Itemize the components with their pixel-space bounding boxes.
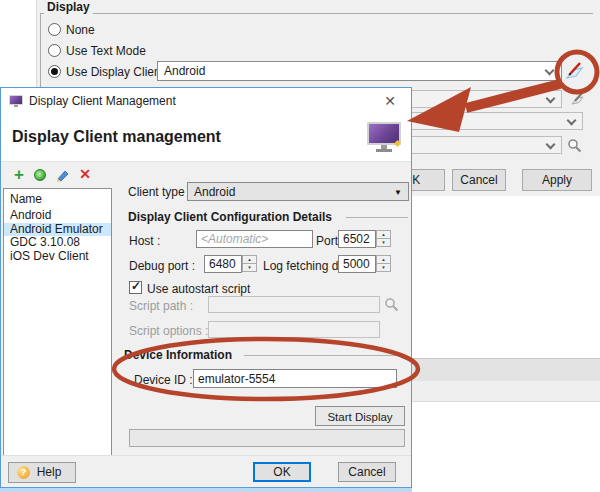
spin-down-icon[interactable]: ▾ [376, 263, 391, 272]
client-type-combobox[interactable]: Android ▼ [187, 182, 409, 201]
chevron-down-icon [546, 94, 556, 104]
script-options-label: Script options : [129, 324, 208, 338]
client-type-label: Client type : [128, 185, 191, 199]
display-client-monitor-icon [367, 122, 401, 152]
progress-bar [129, 429, 405, 447]
dialog-heading: Display Client management [12, 128, 221, 146]
background-combobox-3[interactable] [411, 112, 583, 130]
spin-down-icon[interactable]: ▾ [242, 263, 257, 272]
device-group-title: Device Information [124, 348, 232, 362]
pencil-icon [569, 90, 587, 108]
help-button[interactable]: ? Help [8, 462, 76, 483]
background-band-dark [411, 359, 600, 381]
debug-port-label: Debug port : [129, 259, 195, 273]
screen: Display None Use Text Mode Use Display C… [0, 0, 600, 492]
list-item-selected[interactable]: Android Emulator [4, 223, 111, 237]
log-delay-input[interactable] [338, 255, 376, 273]
footer-divider [1, 455, 411, 456]
help-button-label: Help [37, 465, 62, 479]
radio-use-text-mode-label: Use Text Mode [66, 44, 146, 58]
display-client-combobox[interactable]: Android [157, 61, 562, 81]
display-client-list: Name Android Android Emulator GDC 3.10.0… [3, 188, 112, 456]
spin-down-icon[interactable]: ▾ [376, 238, 391, 247]
chevron-down-icon [567, 116, 577, 126]
port-input[interactable] [338, 230, 376, 248]
background-band-light [411, 381, 600, 402]
script-options-input [208, 321, 380, 338]
chevron-down-icon [545, 66, 555, 76]
autostart-label: Use autostart script [147, 282, 250, 296]
list-header: Name [4, 189, 111, 209]
app-monitor-icon [9, 95, 23, 107]
background-combobox-4[interactable] [411, 136, 562, 154]
client-type-value: Android [194, 185, 235, 199]
host-label: Host : [129, 234, 160, 248]
list-item[interactable]: Android [4, 209, 111, 223]
help-icon: ? [17, 466, 30, 479]
ok-button[interactable]: OK [253, 462, 311, 482]
pencil-icon [562, 58, 588, 84]
pencil-icon [55, 167, 71, 183]
dialog-titlebar[interactable]: Display Client Management ✕ [1, 88, 411, 114]
list-item[interactable]: iOS Dev Client [4, 250, 111, 264]
port-spinner[interactable]: ▴ ▾ [376, 230, 391, 247]
script-path-input [208, 296, 380, 313]
edit-icon[interactable] [55, 167, 71, 183]
script-path-browse-button [383, 296, 401, 314]
edit-button-2[interactable] [569, 90, 587, 108]
browse-button[interactable] [566, 137, 584, 155]
radio-use-text-mode[interactable] [48, 44, 61, 57]
dialog-title: Display Client Management [29, 94, 176, 108]
radio-use-display-client-label: Use Display Client : [66, 65, 171, 79]
device-id-label: Device ID : [134, 373, 193, 387]
dialog-header-band: Display Client management [1, 114, 411, 162]
radio-none-label: None [66, 23, 95, 37]
list-item[interactable]: GDC 3.10.08 [4, 236, 111, 250]
host-input[interactable] [196, 230, 313, 248]
chevron-down-icon [546, 140, 556, 150]
display-client-management-dialog: Display Client Management ✕ Display Clie… [0, 87, 412, 488]
device-id-input[interactable] [193, 369, 397, 388]
device-group-line [244, 355, 406, 356]
config-group-title: Display Client Configuration Details [128, 210, 332, 224]
delete-icon[interactable]: ✕ [77, 167, 93, 183]
log-delay-spinner[interactable]: ▴ ▾ [376, 255, 391, 272]
display-client-combobox-value: Android [164, 64, 205, 78]
start-display-client-button[interactable]: Start Display Client [315, 406, 405, 426]
search-icon [566, 137, 584, 155]
background-combobox-2[interactable] [411, 90, 562, 108]
edit-display-client-button[interactable] [562, 58, 588, 84]
bg-apply-button[interactable]: Apply [522, 169, 592, 191]
dialog-bottom-border [0, 488, 412, 492]
debug-port-input[interactable] [204, 255, 242, 273]
dropdown-arrow-icon: ▼ [394, 188, 402, 197]
close-icon[interactable]: ✕ [381, 92, 399, 110]
bg-cancel-button[interactable]: Cancel [452, 169, 506, 191]
debug-port-spinner[interactable]: ▴ ▾ [242, 255, 257, 272]
display-group-title: Display [44, 0, 93, 14]
autostart-checkbox[interactable]: ✓ [129, 281, 142, 294]
radio-none[interactable] [48, 23, 61, 36]
radio-use-display-client[interactable] [48, 65, 61, 78]
config-group-line [346, 217, 408, 218]
script-path-label: Script path : [129, 299, 193, 313]
search-icon [383, 296, 401, 314]
cancel-button[interactable]: Cancel [338, 462, 396, 482]
add-icon[interactable]: + [11, 167, 27, 183]
copy-icon[interactable] [34, 169, 50, 185]
radio-selected-dot [51, 68, 58, 75]
checkmark-icon: ✓ [131, 279, 141, 293]
